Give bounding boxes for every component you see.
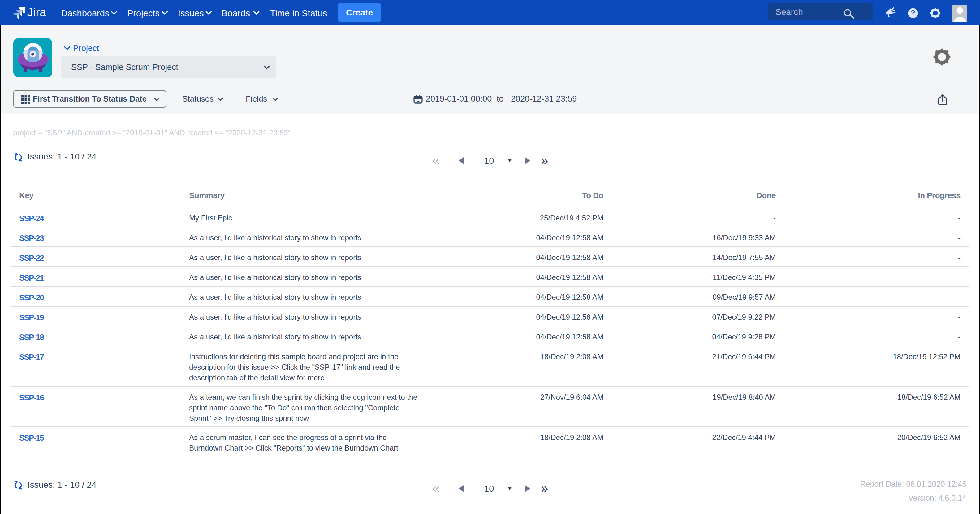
svg-text:?: ? xyxy=(911,9,915,17)
